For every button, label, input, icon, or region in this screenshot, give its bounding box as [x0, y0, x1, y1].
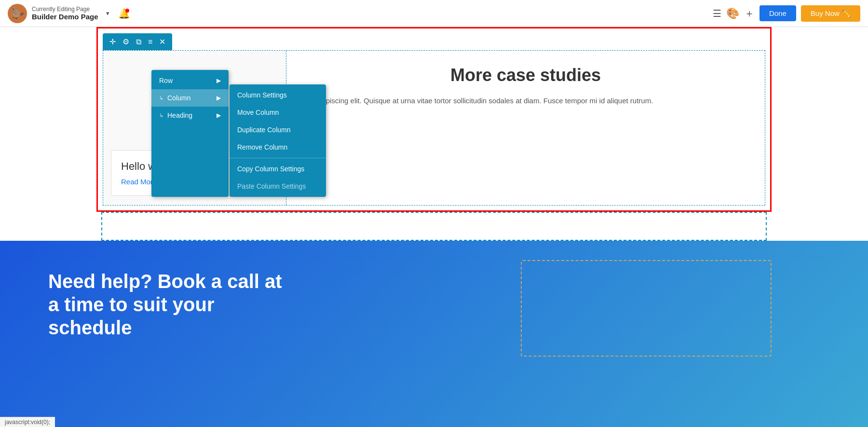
menu-item-column-settings[interactable]: Column Settings: [230, 86, 326, 104]
history-icon[interactable]: ☰: [713, 8, 721, 19]
menu-item-row[interactable]: Row ▶: [151, 72, 229, 89]
element-toolbar: ✛ ⚙ ⧉ ≡ ✕: [103, 33, 172, 50]
buy-now-button[interactable]: Buy Now ✏️: [801, 5, 860, 22]
page-info: Currently Editing Page Builder Demo Page: [32, 6, 98, 21]
blue-section: Need help? Book a call at a time to suit…: [0, 241, 868, 427]
copy-toolbar-button[interactable]: ⧉: [133, 36, 144, 48]
outer-dashed-container: [101, 212, 767, 241]
case-studies-body-text: tur adipiscing elit. Quisque at urna vit…: [306, 95, 746, 107]
remove-column-label: Remove Column: [237, 143, 287, 151]
menu-item-copy-column-settings[interactable]: Copy Column Settings: [230, 160, 326, 178]
context-menu-level1: Row ▶ ↳ Column ▶: [151, 70, 229, 197]
row-label: Row: [159, 77, 173, 84]
statusbar: javascript:void(0);: [0, 417, 55, 427]
move-column-label: Move Column: [237, 109, 279, 116]
active-section: ✛ ⚙ ⧉ ≡ ✕ Row: [96, 27, 772, 212]
context-menu-level2: Column Settings Move Column Duplicate Co…: [230, 84, 326, 197]
case-studies-title: More case studies: [306, 65, 746, 85]
topbar: 🦫 Currently Editing Page Builder Demo Pa…: [0, 0, 868, 27]
heading-sub-indicator: ↳: [159, 112, 163, 119]
menu-item-move-column[interactable]: Move Column: [230, 104, 326, 121]
add-element-icon[interactable]: ＋: [744, 6, 755, 21]
main-area: ✛ ⚙ ⧉ ≡ ✕ Row: [0, 27, 868, 427]
notification-dot: [125, 9, 129, 13]
duplicate-column-label: Duplicate Column: [237, 126, 291, 134]
topbar-left: 🦫 Currently Editing Page Builder Demo Pa…: [8, 4, 130, 23]
column-settings-label: Column Settings: [237, 91, 287, 99]
heading-label: Heading: [167, 111, 192, 119]
move-toolbar-button[interactable]: ✛: [107, 35, 119, 48]
statusbar-text: javascript:void(0);: [5, 419, 50, 426]
copy-column-settings-label: Copy Column Settings: [237, 165, 304, 173]
row-content: Row ▶ ↳ Column ▶: [103, 50, 765, 206]
column-arrow-icon: ▶: [217, 95, 221, 101]
logo-emoji: 🦫: [11, 7, 24, 20]
column-sub-indicator: ↳: [159, 95, 163, 101]
blue-section-title: Need help? Book a call at a time to suit…: [48, 270, 289, 339]
left-column: Row ▶ ↳ Column ▶: [103, 51, 286, 205]
heading-arrow-icon: ▶: [217, 112, 221, 119]
menu-item-duplicate-column[interactable]: Duplicate Column: [230, 121, 326, 138]
currently-editing-label: Currently Editing Page: [32, 6, 98, 13]
logo-avatar: 🦫: [8, 4, 27, 23]
context-menu-container: Row ▶ ↳ Column ▶: [151, 70, 326, 197]
notification-bell-button[interactable]: 🔔: [118, 8, 130, 19]
settings-toolbar-button[interactable]: ⚙: [120, 35, 132, 48]
theme-icon[interactable]: 🎨: [726, 7, 739, 20]
menu-item-remove-column[interactable]: Remove Column: [230, 138, 326, 156]
page-name-label: Builder Demo Page: [32, 13, 98, 21]
right-column: More case studies tur adipiscing elit. Q…: [286, 51, 765, 205]
menu-item-paste-column-settings[interactable]: Paste Column Settings: [230, 178, 326, 195]
topbar-right: ☰ 🎨 ＋ Done Buy Now ✏️: [713, 5, 860, 22]
page-dropdown-arrow[interactable]: ▾: [106, 10, 109, 17]
column-label: Column: [167, 94, 190, 102]
row-arrow-icon: ▶: [217, 77, 221, 84]
paste-column-settings-label: Paste Column Settings: [237, 182, 306, 190]
menu-item-heading[interactable]: ↳ Heading ▶: [151, 107, 229, 124]
blue-dashed-placeholder: [521, 260, 772, 357]
close-toolbar-button[interactable]: ✕: [156, 35, 168, 48]
menu-toolbar-button[interactable]: ≡: [145, 36, 155, 48]
menu-divider: [230, 158, 326, 158]
menu-item-column[interactable]: ↳ Column ▶: [151, 89, 229, 107]
done-button[interactable]: Done: [760, 5, 796, 21]
